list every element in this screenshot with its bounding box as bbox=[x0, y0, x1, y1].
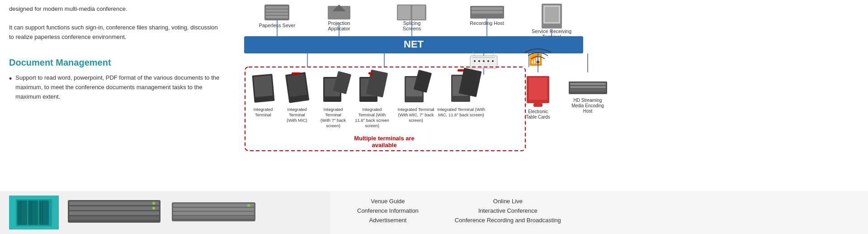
svg-rect-1 bbox=[266, 10, 288, 12]
svg-rect-84 bbox=[173, 216, 254, 219]
terminal2-label3: (With MIC) bbox=[287, 118, 307, 123]
svg-point-85 bbox=[247, 204, 250, 207]
svg-rect-2 bbox=[266, 13, 288, 15]
svg-rect-75 bbox=[69, 206, 159, 210]
intro-text2: It can support functions such sign-in, c… bbox=[9, 23, 222, 42]
svg-rect-65 bbox=[28, 201, 38, 225]
interactive-conference-link[interactable]: Interactive Conference bbox=[455, 207, 561, 214]
multiple-terminals-line1: Multiple terminals are bbox=[354, 135, 415, 142]
terminal4-label2: Terminal (With bbox=[359, 112, 386, 117]
terminal5-label3: screen) bbox=[409, 118, 423, 123]
terminal1-label2: Terminal bbox=[255, 112, 271, 117]
diagram-svg: Paperless Sever Projection Applicator Sp… bbox=[240, 2, 863, 201]
bottom-left-col: Venue Guide Conference Information Adver… bbox=[357, 198, 419, 224]
svg-rect-48 bbox=[414, 70, 432, 93]
svg-rect-83 bbox=[173, 212, 254, 215]
server-rack-svg-2 bbox=[172, 198, 258, 227]
intro-text: designed for modern multi-media conferen… bbox=[9, 5, 222, 14]
svg-rect-14 bbox=[545, 7, 559, 22]
wifi-icon: 📶 bbox=[529, 53, 542, 66]
terminal2-label1: Integrated bbox=[288, 107, 307, 112]
bottom-left-section bbox=[0, 191, 330, 234]
svg-rect-41 bbox=[333, 71, 352, 94]
electronic-table-label2: Table Cards bbox=[526, 115, 550, 119]
svg-rect-37 bbox=[287, 73, 307, 97]
bottom-panel: Venue Guide Conference Information Adver… bbox=[0, 191, 868, 234]
svg-rect-10 bbox=[472, 7, 503, 10]
svg-rect-7 bbox=[398, 5, 410, 19]
conference-recording-link[interactable]: Conference Recording and Broadcasting bbox=[455, 217, 561, 224]
bullet-item: • Support to read word, powerpoint, PDF … bbox=[9, 73, 222, 101]
svg-rect-3 bbox=[266, 16, 288, 18]
svg-rect-8 bbox=[412, 5, 425, 19]
terminal3-label4: screen) bbox=[326, 123, 340, 128]
svg-point-27 bbox=[483, 60, 485, 62]
terminal6-label1: Integrated Terminal (With bbox=[437, 107, 485, 112]
svg-rect-11 bbox=[472, 11, 503, 14]
online-live-link[interactable]: Online Live bbox=[455, 198, 561, 205]
svg-point-78 bbox=[152, 202, 155, 205]
hd-streaming-label2: Media Encoding bbox=[571, 103, 604, 108]
terminal4-label1: Integrated bbox=[363, 107, 382, 112]
doc-management-title: Document Management bbox=[9, 57, 222, 68]
conference-info-link[interactable]: Conference Information bbox=[357, 207, 419, 214]
svg-rect-52 bbox=[458, 69, 464, 72]
svg-rect-35 bbox=[254, 75, 273, 97]
svg-rect-55 bbox=[529, 78, 547, 100]
hd-streaming-label3: Host bbox=[583, 109, 593, 114]
svg-rect-0 bbox=[266, 6, 288, 9]
svg-point-26 bbox=[478, 60, 480, 62]
svg-rect-66 bbox=[39, 201, 49, 225]
bottom-right-col: Online Live Interactive Conference Confe… bbox=[455, 198, 561, 224]
terminal6-label2: MIC, 11.6" back screen) bbox=[438, 112, 484, 117]
server-rack-svg-1 bbox=[68, 198, 163, 227]
svg-rect-76 bbox=[69, 211, 159, 215]
teal-box-svg bbox=[14, 197, 54, 229]
svg-point-79 bbox=[152, 207, 155, 210]
terminal3-label2: Terminal bbox=[325, 112, 341, 117]
svg-point-28 bbox=[487, 60, 489, 62]
diagram-wrapper: Paperless Sever Projection Applicator Sp… bbox=[240, 2, 863, 201]
svg-rect-82 bbox=[173, 208, 254, 211]
bottom-right-section: Venue Guide Conference Information Adver… bbox=[330, 191, 868, 234]
terminal4-label3: 11.6" back screen bbox=[355, 118, 389, 123]
svg-rect-59 bbox=[570, 86, 606, 88]
svg-rect-38 bbox=[292, 72, 301, 75]
terminal3-label3: (With 7" back bbox=[321, 118, 346, 123]
svg-rect-60 bbox=[570, 89, 606, 91]
terminal1-label1: Integrated bbox=[254, 107, 273, 112]
terminal2-label2: Terminal bbox=[289, 112, 305, 117]
svg-rect-81 bbox=[173, 204, 254, 207]
svg-rect-64 bbox=[17, 201, 27, 225]
terminal5-label2: (With MIC, 7" back bbox=[398, 112, 434, 117]
venue-guide-link[interactable]: Venue Guide bbox=[357, 198, 419, 205]
svg-rect-51 bbox=[458, 67, 481, 97]
svg-rect-58 bbox=[570, 83, 606, 85]
svg-point-25 bbox=[474, 60, 476, 62]
svg-rect-56 bbox=[533, 103, 542, 107]
svg-rect-77 bbox=[69, 216, 159, 220]
multiple-terminals-line2: available bbox=[372, 142, 397, 148]
bottom-teal-icon bbox=[9, 196, 59, 229]
bullet-dot: • bbox=[9, 73, 12, 85]
svg-rect-74 bbox=[69, 201, 159, 205]
svg-point-29 bbox=[492, 60, 494, 62]
terminal3-label1: Integrated bbox=[324, 107, 343, 112]
electronic-table-label1: Electronic bbox=[528, 109, 548, 114]
terminal5-label1: Integrated Terminal bbox=[397, 107, 434, 112]
net-label: NET bbox=[404, 38, 424, 50]
advertisement-link[interactable]: Advertisement bbox=[357, 217, 419, 224]
hd-streaming-label1: HD Streaming bbox=[574, 98, 602, 103]
bullet-text: Support to read word, powerpoint, PDF fo… bbox=[15, 73, 222, 101]
terminal4-label4: screen) bbox=[365, 123, 379, 128]
